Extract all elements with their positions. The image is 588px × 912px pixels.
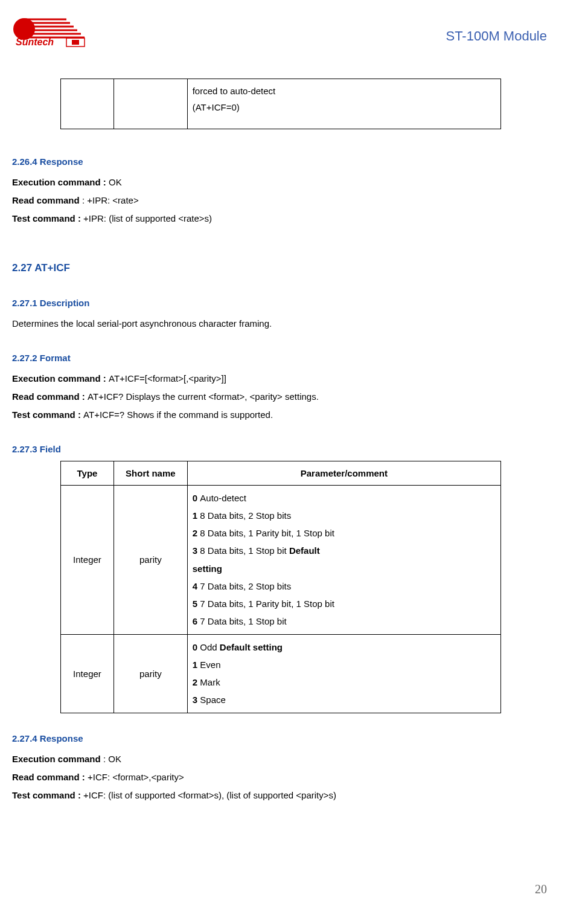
- param-text: 7 Data bits, 1 Parity bit, 1 Stop bit: [200, 599, 334, 609]
- body-text: Test command : +IPR: (list of supported …: [12, 210, 547, 228]
- section-heading: 2.27 AT+ICF: [12, 259, 547, 278]
- param-default: Default: [289, 545, 320, 556]
- param-text: 8 Data bits, 1 Parity bit, 1 Stop bit: [200, 528, 334, 538]
- section-heading: 2.27.3 Field: [12, 441, 547, 457]
- label: Test command :: [12, 409, 83, 420]
- top-continuation-table: forced to auto-detect (AT+ICF=0): [60, 79, 547, 129]
- param-line: 4 7 Data bits, 2 Stop bits: [193, 577, 496, 595]
- param-text: Space: [200, 695, 226, 705]
- body-text: Test command : AT+ICF=? Shows if the com…: [12, 406, 547, 424]
- param-line: 3 Space: [193, 691, 496, 708]
- label: Execution command: [12, 754, 103, 764]
- param-num: 4: [193, 581, 200, 591]
- table-header: Type: [61, 461, 114, 485]
- body-text: Read command : AT+ICF? Displays the curr…: [12, 388, 547, 406]
- param-default: Default setting: [220, 642, 283, 652]
- section-heading: 2.26.4 Response: [12, 153, 547, 170]
- param-num: 1: [193, 660, 200, 670]
- label: Read command :: [12, 772, 88, 782]
- body-text: Execution command : OK: [12, 750, 547, 768]
- param-text: 8 Data bits, 1 Stop bit: [200, 545, 289, 556]
- section-heading: 2.27.2 Format: [12, 350, 547, 366]
- logo: Suntech: [12, 18, 91, 48]
- value: OK: [109, 177, 122, 187]
- value: : OK: [103, 754, 121, 764]
- param-text: Odd: [200, 642, 220, 652]
- body-text: Execution command : AT+ICF=[<format>[,<p…: [12, 370, 547, 388]
- param-text: Auto-detect: [200, 493, 246, 503]
- table-cell-empty: [113, 79, 187, 129]
- body-text: Read command : +IPR: <rate>: [12, 191, 547, 210]
- param-text: 8 Data bits, 2 Stop bits: [200, 510, 291, 521]
- svg-rect-3: [72, 40, 79, 45]
- param-num: 3: [193, 545, 200, 556]
- param-text: 7 Data bits, 1 Stop bit: [200, 616, 286, 626]
- table-header: Short name: [113, 461, 187, 485]
- label: Read command: [12, 195, 82, 205]
- label: Execution command :: [12, 177, 109, 187]
- header-title: ST-100M Module: [446, 24, 547, 48]
- param-line: 0 Auto-detect: [193, 489, 496, 507]
- cell-text: forced to auto-detect: [193, 83, 496, 99]
- label: Test command :: [12, 213, 83, 223]
- param-line: 2 Mark: [193, 673, 496, 691]
- body-text: Execution command : OK: [12, 173, 547, 191]
- table-header: Parameter/comment: [187, 461, 500, 485]
- param-num: 1: [193, 510, 200, 521]
- value: AT+ICF? Displays the current <format>, <…: [88, 391, 319, 402]
- body-text: Read command : +ICF: <format>,<parity>: [12, 768, 547, 786]
- param-num: 6: [193, 616, 200, 626]
- param-text: 7 Data bits, 2 Stop bits: [200, 581, 291, 591]
- value: +ICF: (list of supported <format>s), (li…: [83, 790, 336, 800]
- table-header-row: Type Short name Parameter/comment: [61, 461, 501, 485]
- table-cell: Integer: [61, 634, 114, 713]
- param-text: Even: [200, 660, 220, 670]
- param-line: 1 8 Data bits, 2 Stop bits: [193, 507, 496, 524]
- section-heading: 2.27.1 Description: [12, 295, 547, 311]
- table-cell: parity: [113, 485, 187, 634]
- cell-text: (AT+ICF=0): [193, 99, 496, 115]
- param-default: setting: [193, 564, 222, 574]
- param-num: 5: [193, 599, 200, 609]
- label: Execution command :: [12, 373, 109, 384]
- param-line: 6 7 Data bits, 1 Stop bit: [193, 612, 496, 630]
- table-cell: Integer: [61, 485, 114, 634]
- param-num: 3: [193, 695, 200, 705]
- label: Read command :: [12, 391, 88, 402]
- page-number: 20: [535, 878, 547, 900]
- param-num: 2: [193, 528, 200, 538]
- param-num: 2: [193, 677, 200, 687]
- table-cell: 0 Odd Default setting 1 Even 2 Mark 3 Sp…: [187, 634, 500, 713]
- table-cell: 0 Auto-detect 1 8 Data bits, 2 Stop bits…: [187, 485, 500, 634]
- table-cell: parity: [113, 634, 187, 713]
- value: +ICF: <format>,<parity>: [88, 772, 184, 782]
- table-cell-empty: [61, 79, 114, 129]
- value: +IPR: (list of supported <rate>s): [83, 213, 212, 223]
- param-text: Mark: [200, 677, 220, 687]
- param-num: 0: [193, 493, 200, 503]
- param-num: 0: [193, 642, 200, 652]
- section-heading: 2.27.4 Response: [12, 730, 547, 747]
- label: Test command :: [12, 790, 83, 800]
- table-row: Integer parity 0 Auto-detect 1 8 Data bi…: [61, 485, 501, 634]
- table-row: forced to auto-detect (AT+ICF=0): [61, 79, 501, 129]
- page-header: Suntech ST-100M Module: [12, 18, 547, 48]
- param-line: 3 8 Data bits, 1 Stop bit Default: [193, 542, 496, 559]
- param-line: 0 Odd Default setting: [193, 638, 496, 656]
- table-cell-content: forced to auto-detect (AT+ICF=0): [187, 79, 500, 129]
- value: AT+ICF=[<format>[,<parity>]]: [109, 373, 226, 384]
- param-line: 1 Even: [193, 656, 496, 673]
- param-line: setting: [193, 560, 496, 577]
- value: : +IPR: <rate>: [82, 195, 139, 205]
- body-text: Test command : +ICF: (list of supported …: [12, 786, 547, 804]
- table-row: Integer parity 0 Odd Default setting 1 E…: [61, 634, 501, 713]
- value: AT+ICF=? Shows if the command is support…: [83, 409, 273, 420]
- param-line: 5 7 Data bits, 1 Parity bit, 1 Stop bit: [193, 595, 496, 612]
- param-line: 2 8 Data bits, 1 Parity bit, 1 Stop bit: [193, 524, 496, 542]
- body-text: Determines the local serial-port asynchr…: [12, 315, 547, 333]
- field-table: Type Short name Parameter/comment Intege…: [60, 461, 547, 713]
- svg-text:Suntech: Suntech: [16, 37, 54, 47]
